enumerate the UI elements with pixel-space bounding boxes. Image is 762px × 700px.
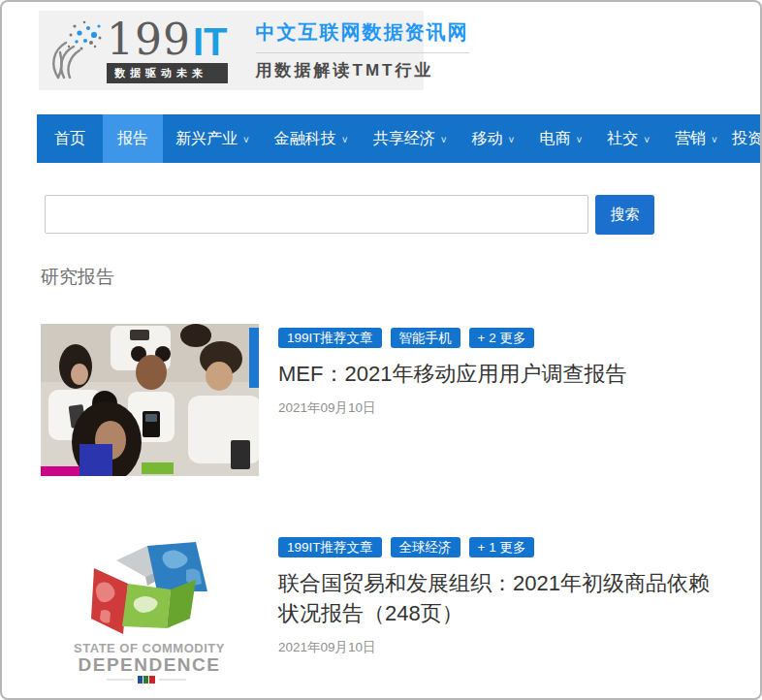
tag-badge[interactable]: + 2 更多 <box>469 328 535 348</box>
logo-199: 199 <box>107 18 191 61</box>
nav-item-label: 共享经济 <box>373 114 435 163</box>
tag-list: 199IT推荐文章 全球经济 + 1 更多 <box>278 537 719 557</box>
logo-tagline: 数据驱动未来 <box>107 63 228 83</box>
site-slogan: 用数据解读TMT行业 <box>256 59 469 81</box>
page: 199 IT 数据驱动未来 中文互联网数据资讯网 用数据解读TMT行业 首页 报… <box>0 0 762 700</box>
tag-badge[interactable]: + 1 更多 <box>469 537 535 557</box>
nav-item-emerging-industry[interactable]: 新兴产业 ˅ <box>163 114 262 163</box>
nav-item-label: 移动 <box>472 114 503 163</box>
nav-item-label: 首页 <box>54 114 85 163</box>
search-input[interactable] <box>45 195 588 234</box>
chevron-down-icon: ˅ <box>576 116 582 163</box>
nav-item-mobile[interactable]: 移动 ˅ <box>460 114 527 163</box>
tag-badge[interactable]: 全球经济 <box>391 537 460 557</box>
site-subtitle: 中文互联网数据资讯网 <box>256 19 469 46</box>
chevron-down-icon: ˅ <box>243 116 249 163</box>
commodity-dependence-cover-image: STATE OF COMMODITY DEPENDENCE <box>41 533 259 685</box>
tag-list: 199IT推荐文章 智能手机 + 2 更多 <box>278 328 719 348</box>
article-title[interactable]: MEF：2021年移动应用用户调查报告 <box>278 359 719 389</box>
nav-item-fintech[interactable]: 金融科技 ˅ <box>262 114 361 163</box>
article-thumbnail[interactable] <box>41 324 259 476</box>
chevron-down-icon: ˅ <box>342 116 348 163</box>
tag-badge[interactable]: 199IT推荐文章 <box>278 537 382 557</box>
chevron-down-icon: ˅ <box>509 116 515 163</box>
logo-text: 199 IT 数据驱动未来 <box>107 18 228 83</box>
tag-badge[interactable]: 智能手机 <box>391 328 460 348</box>
nav-item-investment[interactable]: 投资 ˅ <box>730 114 761 163</box>
article-date: 2021年09月10日 <box>278 399 719 417</box>
article-item: STATE OF COMMODITY DEPENDENCE 199IT推荐文章 … <box>41 533 734 685</box>
nav-item-label: 新兴产业 <box>175 114 238 163</box>
nav-item-ecommerce[interactable]: 电商 ˅ <box>526 114 594 163</box>
logo-it: IT <box>193 22 228 61</box>
main-nav: 首页 报告 新兴产业 ˅ 金融科技 ˅ 共享经济 ˅ 移动 ˅ 电商 ˅ 社交 … <box>37 114 761 163</box>
chevron-down-icon: ˅ <box>441 116 447 163</box>
dandelion-logo-icon <box>45 17 105 83</box>
cover-line1: STATE OF COMMODITY <box>74 641 225 655</box>
people-using-smartphones-image <box>41 324 259 476</box>
site-logo[interactable]: 199 IT 数据驱动未来 中文互联网数据资讯网 用数据解读TMT行业 <box>39 11 424 90</box>
nav-item-social[interactable]: 社交 ˅ <box>594 114 662 163</box>
article-date: 2021年09月10日 <box>278 639 719 656</box>
chevron-down-icon: ˅ <box>644 116 650 163</box>
search-button[interactable]: 搜索 <box>595 195 654 235</box>
article-thumbnail[interactable]: STATE OF COMMODITY DEPENDENCE <box>41 533 259 685</box>
nav-item-home[interactable]: 首页 <box>37 114 103 163</box>
nav-item-label: 投资 <box>732 114 761 163</box>
article-item: 199IT推荐文章 智能手机 + 2 更多 MEF：2021年移动应用用户调查报… <box>41 324 734 476</box>
nav-item-label: 报告 <box>117 114 148 163</box>
site-text: 中文互联网数据资讯网 用数据解读TMT行业 <box>256 19 469 81</box>
nav-item-marketing[interactable]: 营销 ˅ <box>662 114 730 163</box>
nav-item-sharing-economy[interactable]: 共享经济 ˅ <box>361 114 460 163</box>
nav-item-reports[interactable]: 报告 <box>103 114 163 163</box>
tag-badge[interactable]: 199IT推荐文章 <box>278 328 382 348</box>
nav-item-label: 电商 <box>539 114 570 163</box>
site-text-separator <box>256 52 469 53</box>
nav-item-label: 营销 <box>675 114 706 163</box>
chevron-down-icon: ˅ <box>712 116 717 163</box>
nav-item-label: 社交 <box>607 114 638 163</box>
nav-item-label: 金融科技 <box>274 114 336 163</box>
section-title: 研究报告 <box>41 265 114 290</box>
article-title[interactable]: 联合国贸易和发展组织：2021年初级商品依赖状况报告（248页） <box>278 568 719 628</box>
cover-line2: DEPENDENCE <box>79 654 221 675</box>
